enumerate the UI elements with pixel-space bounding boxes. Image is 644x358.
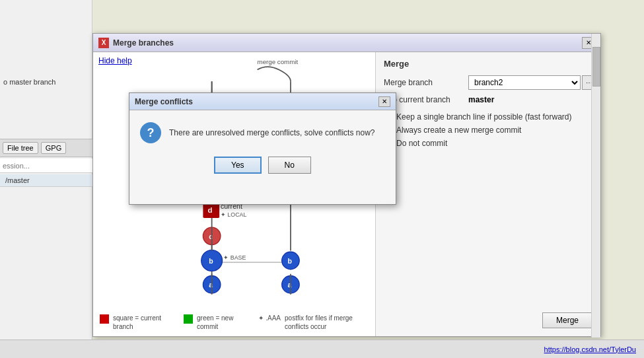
svg-text:b: b	[288, 257, 293, 265]
option2-label: Always create a new merge commit	[396, 125, 521, 135]
scrollbar-right[interactable]	[591, 34, 600, 338]
file-tree-button[interactable]: File tree	[3, 142, 38, 154]
merge-options: Keep a single branch line if possible (f…	[384, 112, 592, 148]
merge-branch-label: Merge branch	[384, 78, 463, 87]
master-branch-label: o master branch	[3, 78, 55, 86]
left-sidebar: o master branch File tree GPG /master	[0, 0, 92, 358]
scrollbar-thumb[interactable]	[592, 47, 600, 87]
merge-branch-row: Merge branch branch2 ⋯	[384, 75, 592, 90]
conflicts-title: Merge conflicts	[135, 97, 193, 106]
bottom-url[interactable]: https://blog.csdn.net/TylerDu	[544, 345, 636, 353]
legend-postfix: ✦ .AAA postfix for files if merge confli…	[258, 314, 375, 331]
svg-text:merge commit: merge commit	[258, 58, 299, 65]
merge-conflicts-dialog: Merge conflicts ✕ ? There are unresolved…	[129, 92, 396, 205]
conflicts-message-row: ? There are unresolved merge conflicts, …	[140, 122, 385, 143]
conflicts-close-button[interactable]: ✕	[378, 96, 390, 107]
legend-red-box	[100, 314, 109, 324]
window-title: Merge branches	[113, 38, 174, 48]
merge-panel: Merge Merge branch branch2 ⋯ Into curren…	[376, 52, 600, 336]
hide-help-link[interactable]: Hide help	[98, 56, 132, 65]
bottom-bar: https://blog.csdn.net/TylerDu	[0, 340, 644, 358]
legend-green-label: green = new commit	[197, 314, 245, 331]
sidebar-branch[interactable]: /master	[0, 174, 92, 187]
conflicts-message: There are unresolved merge conflicts, so…	[169, 128, 375, 137]
window-icon: X	[98, 38, 109, 48]
sidebar-search	[0, 159, 92, 173]
into-branch-value: master	[468, 95, 494, 104]
legend-green-box	[184, 314, 193, 324]
merge-section-title: Merge	[384, 59, 592, 69]
legend-green: green = new commit	[184, 314, 245, 331]
yes-button[interactable]: Yes	[214, 157, 262, 174]
gpg-button[interactable]: GPG	[41, 142, 66, 154]
into-branch-row: Into current branch master	[384, 95, 592, 104]
conflicts-titlebar: Merge conflicts ✕	[129, 93, 396, 110]
window-titlebar: X Merge branches ✕	[93, 34, 600, 52]
option2-row: Always create a new merge commit	[384, 125, 592, 135]
title-left: X Merge branches	[98, 38, 174, 48]
conflicts-buttons: Yes No	[140, 157, 385, 174]
legend-square: square = current branch	[100, 314, 170, 331]
merge-button[interactable]: Merge	[542, 312, 592, 328]
legend: square = current branch green = new comm…	[100, 314, 375, 331]
sidebar-toolbar: File tree GPG	[0, 139, 92, 157]
svg-text:✦ LOCAL: ✦ LOCAL	[221, 211, 246, 218]
no-button[interactable]: No	[268, 157, 311, 174]
question-icon: ?	[140, 122, 161, 143]
merge-branch-dropdown: branch2 ⋯	[468, 75, 596, 90]
search-input[interactable]	[3, 162, 90, 170]
postfix-label: postfix for files if merge conflicts occ…	[285, 314, 375, 331]
postfix-symbol: ✦ .AAA	[258, 314, 281, 322]
svg-text:b: b	[209, 257, 213, 265]
option1-label: Keep a single branch line if possible (f…	[396, 112, 571, 122]
svg-text:✦ BASE: ✦ BASE	[223, 254, 246, 261]
option3-label: Do not commit	[396, 139, 447, 148]
option1-row: Keep a single branch line if possible (f…	[384, 112, 592, 122]
merge-branch-select[interactable]: branch2	[468, 75, 581, 90]
legend-square-label: square = current branch	[113, 314, 170, 331]
option3-row: Do not commit	[384, 139, 592, 148]
conflicts-body: ? There are unresolved merge conflicts, …	[129, 110, 396, 204]
svg-text:d: d	[207, 206, 212, 214]
